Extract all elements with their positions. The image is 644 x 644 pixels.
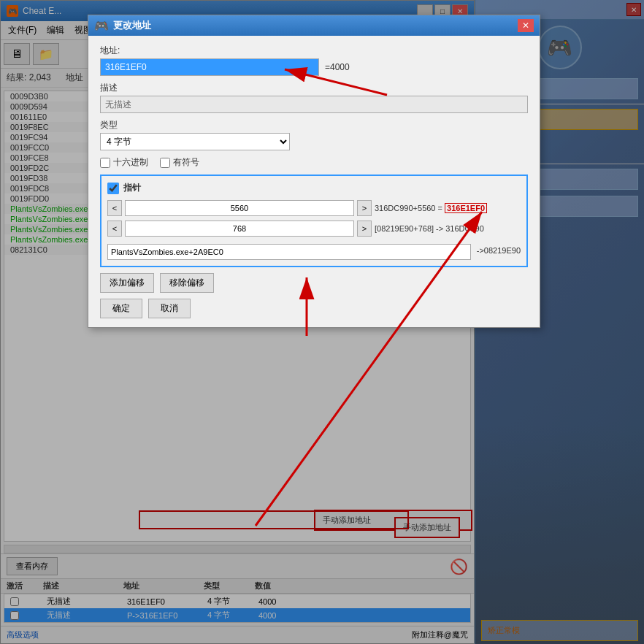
pointer-row-2: < > [08219E90+768] -> 316DC990 bbox=[107, 221, 521, 237]
pointer-header: 指针 bbox=[107, 182, 521, 194]
hex-checkbox-label[interactable]: 十六进制 bbox=[100, 156, 148, 169]
hex-checkbox[interactable] bbox=[100, 158, 110, 168]
address-label: 地址: bbox=[100, 45, 528, 57]
signed-checkbox-label[interactable]: 有符号 bbox=[160, 156, 199, 169]
pointer-label: 指针 bbox=[123, 182, 141, 194]
ptr-less-btn-1[interactable]: < bbox=[107, 200, 122, 216]
modal-icon: 🎮 bbox=[94, 19, 109, 33]
action-row: 添加偏移 移除偏移 bbox=[100, 273, 528, 293]
ptr-result-1: 316DC990+5560 = 316E1EF0 bbox=[375, 204, 521, 212]
ptr-offset-input-2[interactable] bbox=[125, 221, 354, 237]
type-select[interactable]: 4 字节 2 字节 1 字节 8 字节 浮点数 bbox=[100, 133, 290, 150]
modal-close-button[interactable]: ✕ bbox=[518, 19, 534, 32]
checkbox-row: 十六进制 有符号 bbox=[100, 156, 528, 169]
signed-checkbox[interactable] bbox=[160, 158, 170, 168]
type-field-row: 类型 4 字节 2 字节 1 字节 8 字节 浮点数 bbox=[100, 119, 528, 150]
base-result: ->08219E90 bbox=[477, 246, 521, 255]
pointer-checkbox[interactable] bbox=[107, 183, 119, 194]
pointer-row-1: < > 316DC990+5560 = 316E1EF0 bbox=[107, 200, 521, 216]
cancel-button[interactable]: 取消 bbox=[148, 299, 191, 318]
modal-overlay: 🎮 更改地址 ✕ 地址: =4000 描述 类型 4 字节 bbox=[0, 0, 644, 644]
ptr-offset-input-1[interactable] bbox=[125, 200, 354, 216]
desc-field-row: 描述 bbox=[100, 82, 528, 113]
pointer-section: 指针 < > 316DC990+5560 = 316E1EF0 < > [082… bbox=[100, 175, 528, 267]
ptr-greater-btn-2[interactable]: > bbox=[357, 221, 372, 237]
ok-button[interactable]: 确定 bbox=[100, 299, 142, 318]
modal-dialog: 🎮 更改地址 ✕ 地址: =4000 描述 类型 4 字节 bbox=[88, 15, 540, 328]
ptr-base-input[interactable] bbox=[107, 244, 471, 260]
address-field-row: 地址: =4000 bbox=[100, 45, 528, 76]
remove-offset-button[interactable]: 移除偏移 bbox=[160, 273, 214, 293]
address-input[interactable] bbox=[100, 58, 319, 76]
desc-input[interactable] bbox=[100, 96, 528, 113]
confirm-row: 确定 取消 bbox=[100, 299, 528, 318]
add-offset-button[interactable]: 添加偏移 bbox=[100, 273, 154, 293]
ptr-result-2: [08219E90+768] -> 316DC990 bbox=[375, 224, 521, 233]
modal-body: 地址: =4000 描述 类型 4 字节 2 字节 1 字节 8 字节 浮点数 bbox=[88, 36, 540, 327]
ptr-greater-btn-1[interactable]: > bbox=[357, 200, 372, 216]
address-suffix: =4000 bbox=[325, 62, 350, 72]
modal-title: 更改地址 bbox=[113, 19, 151, 32]
modal-titlebar: 🎮 更改地址 ✕ bbox=[88, 15, 540, 36]
ptr-less-btn-2[interactable]: < bbox=[107, 221, 122, 237]
type-label: 类型 bbox=[100, 119, 528, 131]
desc-label: 描述 bbox=[100, 82, 528, 94]
